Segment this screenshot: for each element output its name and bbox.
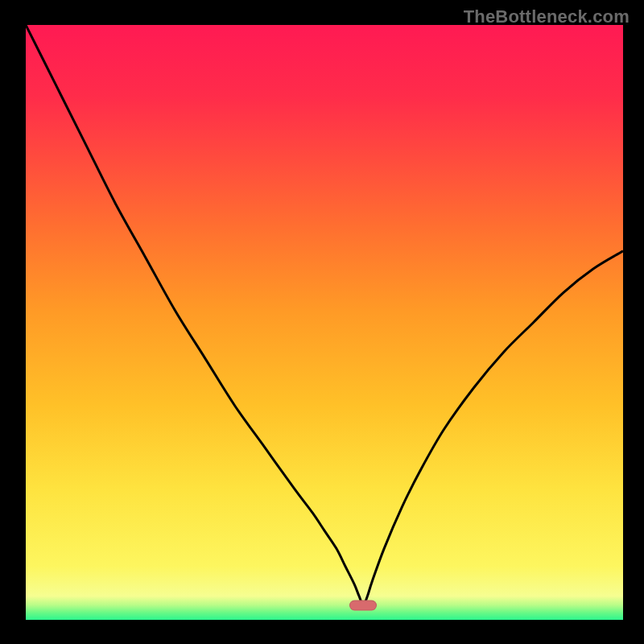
bottleneck-curve (26, 25, 623, 620)
watermark-text: TheBottleneck.com (464, 6, 630, 27)
chart-stage: TheBottleneck.com (0, 0, 644, 644)
plot-area (26, 25, 623, 620)
minimum-marker (349, 600, 377, 610)
